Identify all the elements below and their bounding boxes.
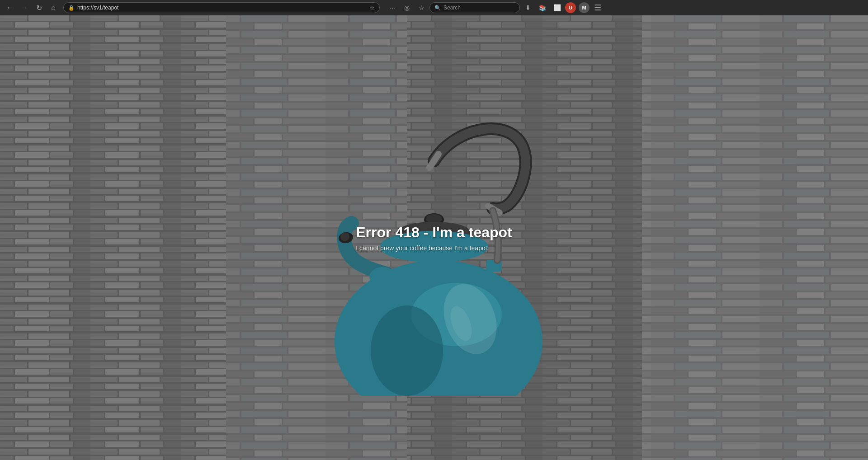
address-bar[interactable]: 🔒 https://sv1/teapot ☆ xyxy=(63,2,380,13)
error-text-container: Error 418 - I'm a teapot I cannot brew y… xyxy=(356,224,512,252)
home-button[interactable]: ⌂ xyxy=(47,1,60,14)
browser-toolbar: ← → ↻ ⌂ 🔒 https://sv1/teapot ☆ ··· ◎ ☆ 🔍… xyxy=(0,0,868,15)
bookmark-icon[interactable]: ☆ xyxy=(369,5,375,11)
reload-button[interactable]: ↻ xyxy=(33,1,45,14)
pocket-button[interactable]: ◎ xyxy=(401,1,413,14)
search-icon: 🔍 xyxy=(434,5,441,11)
library-button[interactable]: 📚 xyxy=(536,1,549,14)
user-avatar-dark[interactable]: M xyxy=(579,2,590,13)
back-button[interactable]: ← xyxy=(4,1,16,14)
user-avatar-red[interactable]: U xyxy=(565,2,576,13)
svg-point-29 xyxy=(371,305,443,396)
star-button[interactable]: ☆ xyxy=(415,1,428,14)
error-subtitle: I cannot brew your coffee because I'm a … xyxy=(356,244,512,252)
lock-icon: 🔒 xyxy=(68,5,75,11)
search-bar[interactable]: 🔍 Search xyxy=(429,2,520,13)
more-button[interactable]: ··· xyxy=(386,1,399,14)
toolbar-right: ··· ◎ ☆ 🔍 Search ⬇ 📚 ⬜ U M ☰ xyxy=(386,1,604,14)
svg-point-26 xyxy=(340,232,349,241)
tab-manager-button[interactable]: ⬜ xyxy=(551,1,563,14)
url-text: https://sv1/teapot xyxy=(77,5,367,11)
forward-button[interactable]: → xyxy=(18,1,31,14)
page-content: Error 418 - I'm a teapot I cannot brew y… xyxy=(0,15,868,460)
error-title: Error 418 - I'm a teapot xyxy=(356,224,512,241)
download-button[interactable]: ⬇ xyxy=(522,1,534,14)
hamburger-menu-button[interactable]: ☰ xyxy=(591,1,604,14)
